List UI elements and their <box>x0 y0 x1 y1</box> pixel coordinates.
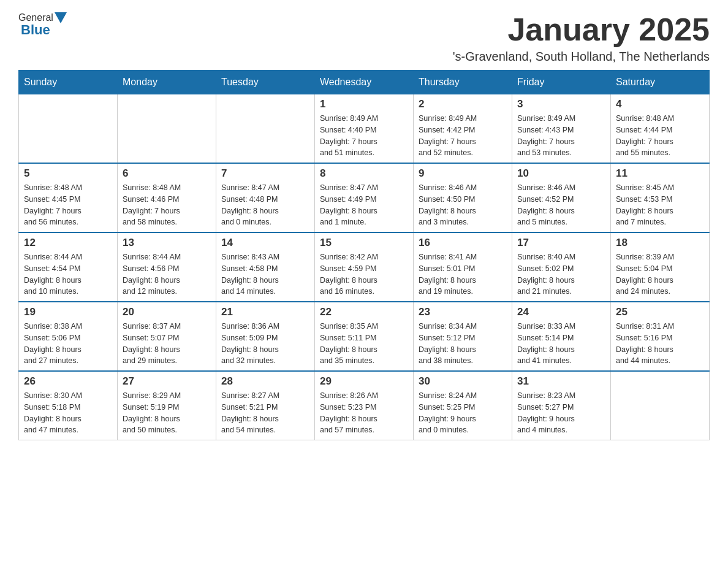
day-cell-22: 22Sunrise: 8:35 AM Sunset: 5:11 PM Dayli… <box>315 302 414 371</box>
day-cell-12: 12Sunrise: 8:44 AM Sunset: 4:54 PM Dayli… <box>19 232 118 302</box>
day-cell-20: 20Sunrise: 8:37 AM Sunset: 5:07 PM Dayli… <box>118 302 216 371</box>
weekday-header-sunday: Sunday <box>19 71 118 94</box>
weekday-header-friday: Friday <box>512 71 611 94</box>
day-cell-16: 16Sunrise: 8:41 AM Sunset: 5:01 PM Dayli… <box>414 232 512 302</box>
day-cell-3: 3Sunrise: 8:49 AM Sunset: 4:43 PM Daylig… <box>512 94 611 164</box>
day-number: 5 <box>24 167 112 180</box>
day-info: Sunrise: 8:38 AM Sunset: 5:06 PM Dayligh… <box>24 321 112 367</box>
day-cell-4: 4Sunrise: 8:48 AM Sunset: 4:44 PM Daylig… <box>611 94 710 164</box>
day-info: Sunrise: 8:40 AM Sunset: 5:02 PM Dayligh… <box>517 251 605 297</box>
empty-cell <box>216 94 315 164</box>
day-info: Sunrise: 8:48 AM Sunset: 4:44 PM Dayligh… <box>616 113 704 159</box>
day-number: 14 <box>221 237 309 249</box>
day-info: Sunrise: 8:34 AM Sunset: 5:12 PM Dayligh… <box>419 321 507 367</box>
day-cell-1: 1Sunrise: 8:49 AM Sunset: 4:40 PM Daylig… <box>315 94 414 164</box>
day-info: Sunrise: 8:41 AM Sunset: 5:01 PM Dayligh… <box>419 251 507 297</box>
day-info: Sunrise: 8:46 AM Sunset: 4:50 PM Dayligh… <box>419 182 507 228</box>
day-info: Sunrise: 8:44 AM Sunset: 4:56 PM Dayligh… <box>123 251 211 297</box>
day-cell-19: 19Sunrise: 8:38 AM Sunset: 5:06 PM Dayli… <box>19 302 118 371</box>
week-row-2: 5Sunrise: 8:48 AM Sunset: 4:45 PM Daylig… <box>19 163 710 232</box>
day-number: 7 <box>221 167 309 180</box>
day-number: 27 <box>123 375 211 388</box>
empty-cell <box>19 94 118 164</box>
page-header: General Blue January 2025 's-Gravenland,… <box>18 12 710 64</box>
day-info: Sunrise: 8:36 AM Sunset: 5:09 PM Dayligh… <box>221 321 309 367</box>
weekday-header-row: SundayMondayTuesdayWednesdayThursdayFrid… <box>19 71 710 94</box>
day-number: 23 <box>419 306 507 318</box>
day-info: Sunrise: 8:43 AM Sunset: 4:58 PM Dayligh… <box>221 251 309 297</box>
day-number: 12 <box>24 237 112 249</box>
day-number: 22 <box>320 306 408 318</box>
day-info: Sunrise: 8:37 AM Sunset: 5:07 PM Dayligh… <box>123 321 211 367</box>
day-cell-11: 11Sunrise: 8:45 AM Sunset: 4:53 PM Dayli… <box>611 163 710 232</box>
day-cell-17: 17Sunrise: 8:40 AM Sunset: 5:02 PM Dayli… <box>512 232 611 302</box>
weekday-header-saturday: Saturday <box>611 71 710 94</box>
day-info: Sunrise: 8:39 AM Sunset: 5:04 PM Dayligh… <box>616 251 704 297</box>
day-number: 17 <box>517 237 605 249</box>
day-info: Sunrise: 8:48 AM Sunset: 4:45 PM Dayligh… <box>24 182 112 228</box>
day-cell-27: 27Sunrise: 8:29 AM Sunset: 5:19 PM Dayli… <box>118 371 216 440</box>
logo-blue-text: Blue <box>18 22 50 38</box>
week-row-5: 26Sunrise: 8:30 AM Sunset: 5:18 PM Dayli… <box>19 371 710 440</box>
day-number: 26 <box>24 375 112 388</box>
day-number: 25 <box>616 306 704 318</box>
day-info: Sunrise: 8:44 AM Sunset: 4:54 PM Dayligh… <box>24 251 112 297</box>
day-number: 4 <box>616 98 704 110</box>
day-cell-7: 7Sunrise: 8:47 AM Sunset: 4:48 PM Daylig… <box>216 163 315 232</box>
day-cell-15: 15Sunrise: 8:42 AM Sunset: 4:59 PM Dayli… <box>315 232 414 302</box>
logo-triangle-icon <box>55 12 67 23</box>
day-cell-29: 29Sunrise: 8:26 AM Sunset: 5:23 PM Dayli… <box>315 371 414 440</box>
day-number: 13 <box>123 237 211 249</box>
empty-cell <box>118 94 216 164</box>
weekday-header-tuesday: Tuesday <box>216 71 315 94</box>
day-number: 6 <box>123 167 211 180</box>
day-number: 9 <box>419 167 507 180</box>
day-number: 8 <box>320 167 408 180</box>
day-number: 10 <box>517 167 605 180</box>
day-number: 15 <box>320 237 408 249</box>
day-cell-13: 13Sunrise: 8:44 AM Sunset: 4:56 PM Dayli… <box>118 232 216 302</box>
day-number: 28 <box>221 375 309 388</box>
day-info: Sunrise: 8:45 AM Sunset: 4:53 PM Dayligh… <box>616 182 704 228</box>
day-info: Sunrise: 8:30 AM Sunset: 5:18 PM Dayligh… <box>24 390 112 436</box>
day-info: Sunrise: 8:46 AM Sunset: 4:52 PM Dayligh… <box>517 182 605 228</box>
weekday-header-thursday: Thursday <box>414 71 512 94</box>
location-title: 's-Gravenland, South Holland, The Nether… <box>453 50 710 64</box>
day-cell-23: 23Sunrise: 8:34 AM Sunset: 5:12 PM Dayli… <box>414 302 512 371</box>
day-info: Sunrise: 8:26 AM Sunset: 5:23 PM Dayligh… <box>320 390 408 436</box>
day-cell-31: 31Sunrise: 8:23 AM Sunset: 5:27 PM Dayli… <box>512 371 611 440</box>
day-number: 31 <box>517 375 605 388</box>
calendar-table: SundayMondayTuesdayWednesdayThursdayFrid… <box>18 70 710 440</box>
weekday-header-wednesday: Wednesday <box>315 71 414 94</box>
day-number: 21 <box>221 306 309 318</box>
day-number: 30 <box>419 375 507 388</box>
day-number: 16 <box>419 237 507 249</box>
day-cell-5: 5Sunrise: 8:48 AM Sunset: 4:45 PM Daylig… <box>19 163 118 232</box>
month-title: January 2025 <box>453 12 710 47</box>
day-cell-8: 8Sunrise: 8:47 AM Sunset: 4:49 PM Daylig… <box>315 163 414 232</box>
day-cell-9: 9Sunrise: 8:46 AM Sunset: 4:50 PM Daylig… <box>414 163 512 232</box>
day-info: Sunrise: 8:48 AM Sunset: 4:46 PM Dayligh… <box>123 182 211 228</box>
day-cell-18: 18Sunrise: 8:39 AM Sunset: 5:04 PM Dayli… <box>611 232 710 302</box>
day-info: Sunrise: 8:23 AM Sunset: 5:27 PM Dayligh… <box>517 390 605 436</box>
week-row-3: 12Sunrise: 8:44 AM Sunset: 4:54 PM Dayli… <box>19 232 710 302</box>
day-info: Sunrise: 8:49 AM Sunset: 4:40 PM Dayligh… <box>320 113 408 159</box>
day-info: Sunrise: 8:47 AM Sunset: 4:48 PM Dayligh… <box>221 182 309 228</box>
day-cell-14: 14Sunrise: 8:43 AM Sunset: 4:58 PM Dayli… <box>216 232 315 302</box>
day-cell-26: 26Sunrise: 8:30 AM Sunset: 5:18 PM Dayli… <box>19 371 118 440</box>
day-number: 3 <box>517 98 605 110</box>
day-number: 24 <box>517 306 605 318</box>
day-number: 18 <box>616 237 704 249</box>
week-row-4: 19Sunrise: 8:38 AM Sunset: 5:06 PM Dayli… <box>19 302 710 371</box>
day-info: Sunrise: 8:27 AM Sunset: 5:21 PM Dayligh… <box>221 390 309 436</box>
weekday-header-monday: Monday <box>118 71 216 94</box>
day-number: 2 <box>419 98 507 110</box>
logo: General Blue <box>18 12 68 38</box>
day-info: Sunrise: 8:42 AM Sunset: 4:59 PM Dayligh… <box>320 251 408 297</box>
week-row-1: 1Sunrise: 8:49 AM Sunset: 4:40 PM Daylig… <box>19 94 710 164</box>
day-cell-24: 24Sunrise: 8:33 AM Sunset: 5:14 PM Dayli… <box>512 302 611 371</box>
day-cell-30: 30Sunrise: 8:24 AM Sunset: 5:25 PM Dayli… <box>414 371 512 440</box>
day-cell-28: 28Sunrise: 8:27 AM Sunset: 5:21 PM Dayli… <box>216 371 315 440</box>
day-cell-6: 6Sunrise: 8:48 AM Sunset: 4:46 PM Daylig… <box>118 163 216 232</box>
day-cell-10: 10Sunrise: 8:46 AM Sunset: 4:52 PM Dayli… <box>512 163 611 232</box>
